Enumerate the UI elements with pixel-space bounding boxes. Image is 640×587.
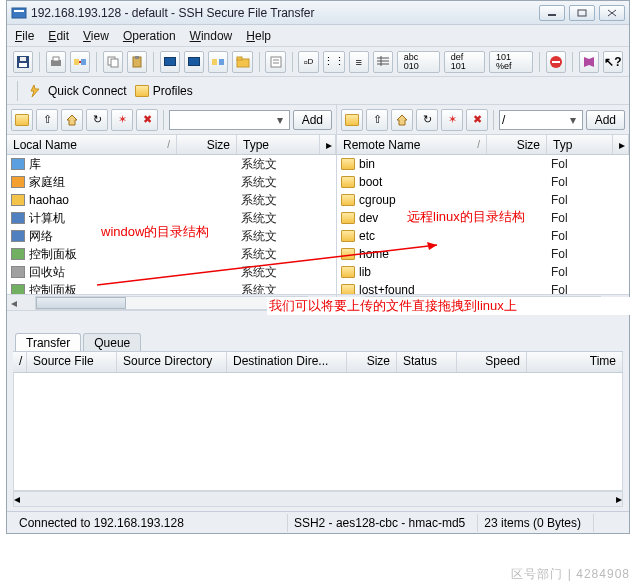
col-xfer-status[interactable]: Status [397,352,457,372]
list-item[interactable]: 计算机系统文 [7,209,336,227]
list-item[interactable]: 网络系统文 [7,227,336,245]
col-xfer-size[interactable]: Size [347,352,397,372]
menu-edit[interactable]: Edit [48,29,69,43]
local-add-button[interactable]: Add [293,110,332,130]
list-item[interactable]: cgroupFol [337,191,629,209]
stop-icon[interactable] [546,51,566,73]
col-xfer-destdir[interactable]: Destination Dire... [227,352,347,372]
menu-view[interactable]: View [83,29,109,43]
col-local-overflow[interactable]: ▸ [320,135,336,154]
list-item[interactable]: etcFol [337,227,629,245]
status-ssh: SSH2 - aes128-cbc - hmac-md5 [287,514,471,532]
remote-delete-icon[interactable]: ✖ [466,109,488,131]
list-item[interactable]: devFol [337,209,629,227]
remote-home-icon[interactable] [391,109,413,131]
chevron-down-icon: ▾ [566,113,580,127]
col-xfer-speed[interactable]: Speed [457,352,527,372]
col-remote-overflow[interactable]: ▸ [613,135,629,154]
close-button[interactable] [599,5,625,21]
list-item[interactable]: haohao系统文 [7,191,336,209]
list-item[interactable]: 控制面板系统文 [7,281,336,294]
local-star-icon[interactable]: ✶ [111,109,133,131]
col-local-type[interactable]: Type [237,135,320,154]
local-path-combo[interactable]: ▾ [169,110,290,130]
col-xfer-srcdir[interactable]: Source Directory [117,352,227,372]
app-window: 192.168.193.128 - default - SSH Secure F… [6,0,630,534]
local-refresh-icon[interactable]: ↻ [86,109,108,131]
encoding1-button[interactable]: abc 010 [397,51,440,73]
remote-star-icon[interactable]: ✶ [441,109,463,131]
list-item[interactable]: homeFol [337,245,629,263]
minimize-button[interactable] [539,5,565,21]
disconnect-icon[interactable] [208,51,228,73]
col-local-size[interactable]: Size [177,135,237,154]
menubar: File Edit View Operation Window Help [7,25,629,47]
svg-rect-15 [111,59,118,67]
col-xfer-time[interactable]: Time [527,352,623,372]
encoding2-button[interactable]: def 101 [444,51,485,73]
view-small-icon[interactable]: ⋮⋮ [323,51,345,73]
menu-operation[interactable]: Operation [123,29,176,43]
lightning-icon [28,84,44,98]
connect-icon[interactable] [70,51,90,73]
app-icon [11,5,27,21]
tab-transfer[interactable]: Transfer [15,333,81,351]
transfer-body[interactable] [13,373,623,491]
folder-icon[interactable] [232,51,252,73]
list-item[interactable]: lost+foundFol [337,281,629,294]
book-help-icon[interactable] [579,51,599,73]
titlebar[interactable]: 192.168.193.128 - default - SSH Secure F… [7,1,629,25]
col-remote-type[interactable]: Typ [547,135,613,154]
list-item[interactable]: libFol [337,263,629,281]
svg-rect-12 [81,59,86,65]
maximize-button[interactable] [569,5,595,21]
remote-newfolder-icon[interactable] [341,109,363,131]
transfer-hscroll[interactable]: ◂▸ [13,491,623,507]
encoding3-button[interactable]: 101 %ef [489,51,533,73]
remote-hscroll[interactable]: ◂▸ [337,294,629,310]
copy-icon[interactable] [103,51,123,73]
svg-rect-19 [165,58,175,65]
menu-window[interactable]: Window [190,29,233,43]
col-local-name[interactable]: Local Name/ [7,135,177,154]
col-xfer-sort[interactable]: / [13,352,27,372]
status-items: 23 items (0 Bytes) [477,514,587,532]
tab-queue[interactable]: Queue [83,333,141,351]
transfer-columns: / Source File Source Directory Destinati… [13,351,623,373]
remote-refresh-icon[interactable]: ↻ [416,109,438,131]
remote-file-list[interactable]: binFolbootFolcgroupFoldevFoletcFolhomeFo… [337,155,629,294]
list-item[interactable]: binFol [337,155,629,173]
save-icon[interactable] [13,51,33,73]
col-xfer-srcfile[interactable]: Source File [27,352,117,372]
local-hscroll[interactable]: ◂▸ [7,294,336,310]
remote-up-icon[interactable]: ⇧ [366,109,388,131]
print-icon[interactable] [46,51,66,73]
terminal1-icon[interactable] [160,51,180,73]
whatsthis-icon[interactable]: ↖? [603,51,623,73]
view-detail-icon[interactable] [373,51,393,73]
svg-rect-23 [219,59,224,65]
local-home-icon[interactable] [61,109,83,131]
col-remote-name[interactable]: Remote Name/ [337,135,487,154]
col-remote-size[interactable]: Size [487,135,547,154]
menu-help[interactable]: Help [246,29,271,43]
terminal2-icon[interactable] [184,51,204,73]
list-item[interactable]: 库系统文 [7,155,336,173]
local-newfolder-icon[interactable] [11,109,33,131]
view-list-icon[interactable]: ≡ [349,51,369,73]
list-item[interactable]: 家庭组系统文 [7,173,336,191]
local-file-list[interactable]: 库系统文家庭组系统文haohao系统文计算机系统文网络系统文控制面板系统文回收站… [7,155,336,294]
properties-icon[interactable] [265,51,285,73]
paste-icon[interactable] [127,51,147,73]
profiles-button[interactable]: Profiles [135,84,193,98]
view-large-icon[interactable]: ▫D [298,51,318,73]
list-item[interactable]: bootFol [337,173,629,191]
remote-add-button[interactable]: Add [586,110,625,130]
list-item[interactable]: 控制面板系统文 [7,245,336,263]
quick-connect-button[interactable]: Quick Connect [28,84,127,98]
local-delete-icon[interactable]: ✖ [136,109,158,131]
list-item[interactable]: 回收站系统文 [7,263,336,281]
remote-path-combo[interactable]: /▾ [499,110,583,130]
menu-file[interactable]: File [15,29,34,43]
local-up-icon[interactable]: ⇧ [36,109,58,131]
